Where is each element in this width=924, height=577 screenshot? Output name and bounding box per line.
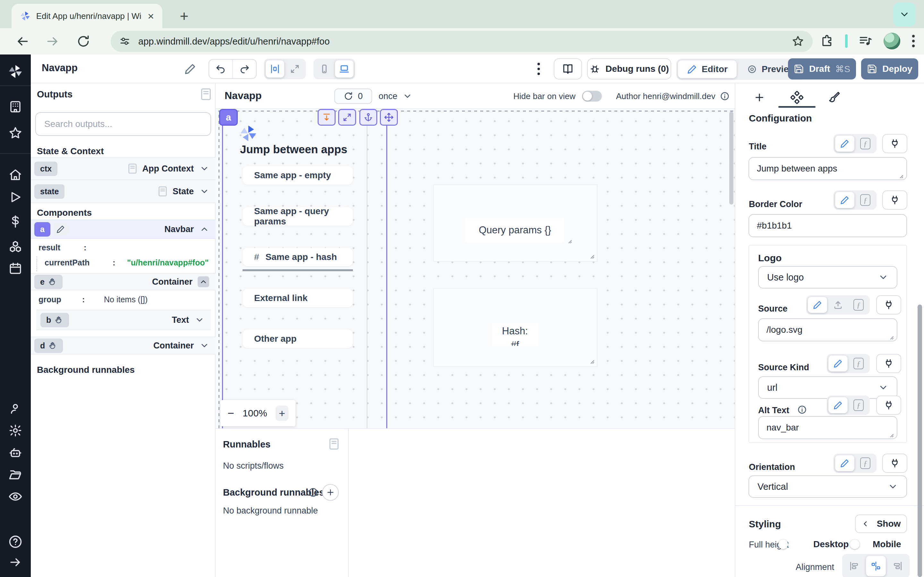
- current-path-value[interactable]: "u/henri/navapp#foo": [127, 258, 208, 268]
- component-row-container-e[interactable]: e Container: [31, 273, 216, 290]
- nav-link-button[interactable]: Same app - query params: [242, 207, 353, 226]
- connect-input-button[interactable]: [876, 354, 901, 373]
- info-icon[interactable]: [797, 405, 807, 414]
- resize-grip-icon[interactable]: [888, 334, 894, 340]
- styling-show-button[interactable]: Show: [855, 514, 907, 533]
- resize-grip-icon[interactable]: [897, 172, 904, 179]
- navbar-right-border[interactable]: [386, 111, 387, 428]
- run-mode-select[interactable]: once: [379, 89, 412, 104]
- back-icon[interactable]: [15, 34, 29, 48]
- align-right-button[interactable]: [888, 556, 908, 576]
- runs-play-icon[interactable]: [9, 190, 22, 204]
- help-icon[interactable]: [8, 535, 23, 549]
- border-color-input[interactable]: [748, 214, 907, 237]
- source-kind-select[interactable]: url: [758, 376, 897, 399]
- query-params-panel[interactable]: Query params {}: [434, 185, 597, 261]
- panel-doc-icon[interactable]: [328, 438, 339, 450]
- nav-link-button[interactable]: # Same app - hash: [242, 248, 353, 266]
- info-icon[interactable]: [308, 487, 318, 498]
- connect-input-button[interactable]: [876, 295, 901, 314]
- connect-input-button[interactable]: [882, 190, 907, 210]
- resize-grip-icon[interactable]: [566, 237, 572, 244]
- editor-tab[interactable]: Editor: [678, 60, 737, 78]
- chevron-down-icon[interactable]: [200, 187, 209, 196]
- reload-icon[interactable]: [76, 34, 90, 48]
- component-row-container-d[interactable]: d Container: [31, 337, 216, 355]
- static-input-button[interactable]: [835, 455, 855, 471]
- url-bar[interactable]: app.windmill.dev/apps/edit/u/henri/navap…: [111, 31, 813, 52]
- nav-link-button[interactable]: Other app: [242, 330, 353, 348]
- collapse-button[interactable]: [198, 276, 209, 287]
- styling-tab[interactable]: [823, 87, 845, 108]
- audit-eye-icon[interactable]: [8, 490, 23, 504]
- forward-icon[interactable]: [45, 34, 60, 48]
- component-row-text-b[interactable]: b Text: [36, 309, 211, 330]
- upload-input-button[interactable]: [829, 297, 848, 313]
- chevron-down-icon[interactable]: [195, 315, 204, 325]
- connect-input-button[interactable]: [876, 396, 901, 415]
- new-tab-button[interactable]: +: [175, 7, 193, 25]
- refresh-count-button[interactable]: 0: [334, 89, 372, 104]
- extensions-icon[interactable]: [821, 34, 834, 48]
- windmill-logo-icon[interactable]: [8, 64, 23, 79]
- query-params-text-box[interactable]: Query params {}: [466, 218, 564, 242]
- resize-grip-icon[interactable]: [588, 252, 595, 259]
- collapse-arrow-icon[interactable]: [9, 556, 22, 569]
- edit-id-button[interactable]: [53, 223, 68, 235]
- draft-button[interactable]: Draft ⌘S: [788, 58, 856, 79]
- logo-select[interactable]: Use logo: [758, 266, 897, 288]
- more-options-kebab-icon[interactable]: [536, 61, 541, 76]
- undo-button[interactable]: [209, 60, 232, 78]
- full-width-button[interactable]: [286, 60, 304, 77]
- canvas-scrollbar[interactable]: [729, 111, 733, 205]
- insert-tab[interactable]: [748, 87, 771, 108]
- static-input-button[interactable]: [829, 397, 848, 413]
- expression-input-button[interactable]: ƒ: [856, 135, 875, 152]
- schedules-calendar-icon[interactable]: [9, 261, 22, 275]
- bookmark-star-icon[interactable]: [792, 35, 804, 48]
- config-scrollbar[interactable]: [918, 305, 922, 577]
- hide-bar-toggle[interactable]: [582, 91, 602, 102]
- component-id-badge[interactable]: a: [34, 222, 50, 237]
- title-input[interactable]: [748, 157, 907, 180]
- chevron-down-icon[interactable]: [200, 341, 209, 350]
- info-icon[interactable]: [720, 91, 730, 101]
- search-outputs-input[interactable]: [35, 112, 211, 136]
- profile-avatar[interactable]: [884, 33, 900, 49]
- redo-button[interactable]: [233, 60, 256, 78]
- anchor-top-chip[interactable]: [318, 109, 336, 126]
- add-background-runnable-button[interactable]: [322, 484, 339, 501]
- variables-dollar-icon[interactable]: [9, 215, 22, 228]
- chevron-down-icon[interactable]: [200, 164, 209, 173]
- hash-text-box[interactable]: Hash: #f: [492, 324, 538, 346]
- selected-component-chip[interactable]: a: [219, 109, 238, 126]
- settings-tab-active[interactable]: [786, 87, 808, 108]
- state-row[interactable]: state State: [31, 180, 216, 203]
- centered-layout-button[interactable]: [266, 60, 284, 77]
- alt-text-input[interactable]: [758, 416, 897, 439]
- static-input-button[interactable]: [835, 192, 855, 208]
- static-input-button[interactable]: [835, 135, 855, 152]
- component-id-badge[interactable]: e: [34, 275, 63, 289]
- component-id-badge[interactable]: d: [34, 338, 63, 353]
- component-row-navbar[interactable]: a Navbar: [31, 219, 216, 239]
- component-id-badge[interactable]: b: [40, 313, 69, 327]
- static-input-button[interactable]: [829, 356, 848, 372]
- docs-button[interactable]: [554, 58, 582, 79]
- favorites-star-icon[interactable]: [9, 126, 22, 140]
- connect-input-button[interactable]: [882, 454, 907, 473]
- mobile-view-button[interactable]: [315, 60, 334, 77]
- debug-runs-button[interactable]: Debug runs (0): [587, 58, 671, 79]
- expression-input-button[interactable]: ƒ: [849, 297, 868, 313]
- panel-doc-icon[interactable]: [200, 88, 212, 101]
- app-canvas[interactable]: a: [216, 109, 735, 428]
- chrome-menu-kebab-icon[interactable]: [911, 34, 916, 48]
- users-person-icon[interactable]: [9, 402, 22, 416]
- zoom-in-button[interactable]: +: [276, 406, 288, 421]
- expand-chip[interactable]: [338, 109, 356, 126]
- nav-link-button[interactable]: Same app - empty: [242, 166, 353, 185]
- orientation-select[interactable]: Vertical: [748, 475, 907, 498]
- expression-input-button[interactable]: ƒ: [849, 397, 868, 413]
- tab-close-icon[interactable]: ×: [148, 11, 154, 21]
- window-chevron-button[interactable]: [893, 3, 916, 26]
